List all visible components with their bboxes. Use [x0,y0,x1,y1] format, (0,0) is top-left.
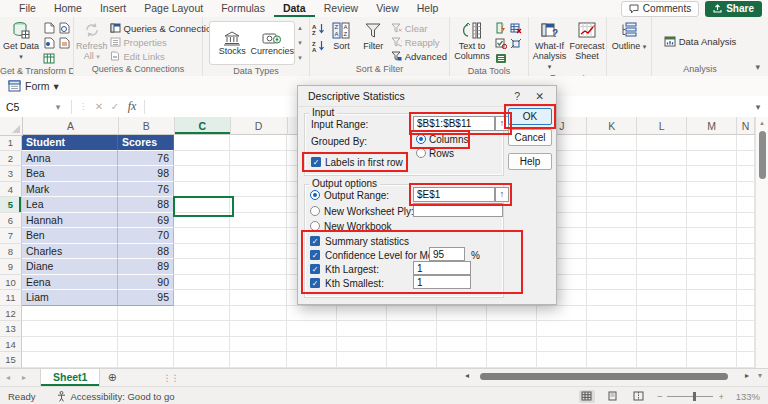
new-sheet-button[interactable]: ⊕ [100,371,124,384]
cell-N2[interactable] [737,151,755,167]
cell-G15[interactable] [387,352,437,368]
cell-D2[interactable] [230,151,287,167]
labels-first-row-checkbox[interactable]: ✓ [311,157,321,167]
cell-C2[interactable] [174,151,230,167]
from-table-range-icon[interactable] [42,36,56,50]
cell-B6[interactable]: 69 [118,213,174,229]
from-web-icon[interactable] [57,21,71,35]
cell-K1[interactable] [587,135,637,151]
cell-I15[interactable] [487,352,537,368]
cell-A4[interactable]: Mark [22,182,118,198]
gallery-scroll[interactable]: ▴▾▾ [297,21,303,65]
cell-G14[interactable] [387,337,437,353]
row-header-10[interactable]: 10 [0,275,22,291]
cell-A14[interactable] [22,337,118,353]
cell-K4[interactable] [587,182,637,198]
existing-connections-icon[interactable] [42,51,56,65]
kth-smallest-checkbox[interactable]: ✓ [310,278,320,288]
kth-largest-checkbox[interactable]: ✓ [310,264,320,274]
cell-M6[interactable] [687,213,737,229]
ribbon-tab-help[interactable]: Help [408,0,448,17]
cell-C3[interactable] [174,166,230,182]
cell-D3[interactable] [230,166,287,182]
cell-A5[interactable]: Lea [22,197,118,213]
manage-data-model-icon[interactable] [494,51,508,65]
cell-I14[interactable] [487,337,537,353]
column-header-C[interactable]: C [175,117,231,135]
row-header-3[interactable]: 3 [0,166,22,182]
input-range-picker-icon[interactable]: ↑ [495,116,509,131]
cell-A2[interactable]: Anna [22,151,118,167]
cell-C11[interactable] [174,290,230,306]
cell-N3[interactable] [737,166,755,182]
cell-D8[interactable] [230,244,287,260]
vertical-scrollbar-thumb[interactable] [759,131,766,179]
cell-N15[interactable] [737,352,755,368]
ribbon-tab-insert[interactable]: Insert [91,0,135,17]
cell-M9[interactable] [687,259,737,275]
what-if-analysis-button[interactable]: ? What-If Analysis ▾ [531,20,568,72]
cell-G12[interactable] [387,306,437,322]
cell-N12[interactable] [737,306,755,322]
cell-G13[interactable] [387,321,437,337]
cell-F14[interactable] [337,337,387,353]
new-worksheet-field[interactable] [413,203,503,217]
cell-N11[interactable] [737,290,755,306]
cell-B1[interactable]: Scores [118,135,174,151]
vertical-scrollbar[interactable]: ▴ [755,117,768,368]
cell-D11[interactable] [230,290,287,306]
cell-C7[interactable] [174,228,230,244]
cell-L5[interactable] [637,197,687,213]
cell-M7[interactable] [687,228,737,244]
cell-M1[interactable] [687,135,737,151]
cell-K10[interactable] [587,275,637,291]
row-header-6[interactable]: 6 [0,213,22,229]
cell-L4[interactable] [637,182,687,198]
cell-C9[interactable] [174,259,230,275]
output-range-field[interactable]: $E$1 [413,187,495,202]
kth-smallest-label[interactable]: Kth Smallest: [325,278,384,289]
cell-D6[interactable] [230,213,287,229]
comments-button[interactable]: Comments [621,1,699,17]
cell-L13[interactable] [637,321,687,337]
zoom-slider[interactable] [667,396,713,397]
output-range-picker-icon[interactable]: ↑ [495,187,509,202]
kth-smallest-field[interactable]: 1 [413,275,471,289]
cell-C15[interactable] [174,352,230,368]
row-header-7[interactable]: 7 [0,228,22,244]
row-header-13[interactable]: 13 [0,321,22,337]
cell-A13[interactable] [22,321,118,337]
cell-I12[interactable] [487,306,537,322]
cell-K7[interactable] [587,228,637,244]
cell-E13[interactable] [287,321,337,337]
cell-N14[interactable] [737,337,755,353]
cell-M12[interactable] [687,306,737,322]
new-worksheet-label[interactable]: New Worksheet Ply: [324,206,414,217]
cell-D12[interactable] [230,306,287,322]
column-header-B[interactable]: B [119,117,175,135]
new-workbook-label[interactable]: New Workbook [324,221,392,232]
from-text-csv-icon[interactable] [42,21,56,35]
cell-K12[interactable] [587,306,637,322]
dialog-help-icon[interactable]: ? [514,90,520,102]
normal-view-button[interactable] [579,390,595,403]
cell-M10[interactable] [687,275,737,291]
cell-N4[interactable] [737,182,755,198]
column-header-N[interactable]: N [737,117,755,135]
cell-B5[interactable]: 88 [118,197,174,213]
reapply-filter-button[interactable]: Reapply [391,36,447,48]
cell-E12[interactable] [287,306,337,322]
cell-D7[interactable] [230,228,287,244]
ribbon-tab-view[interactable]: View [367,0,408,17]
prev-sheet-icon[interactable]: ◂ [0,373,16,382]
cell-A11[interactable]: Liam [22,290,118,306]
stocks-button[interactable]: Stocks [212,31,252,56]
cell-D4[interactable] [230,182,287,198]
outline-button[interactable]: Outline ▾ [610,20,648,52]
columns-radio-label[interactable]: Columns [429,134,468,145]
cell-M3[interactable] [687,166,737,182]
form-dropdown-icon[interactable]: ▾ [54,80,59,92]
enter-entry-icon[interactable]: ✓ [107,101,123,112]
cell-A15[interactable] [22,352,118,368]
row-header-5[interactable]: 5 [0,197,22,213]
